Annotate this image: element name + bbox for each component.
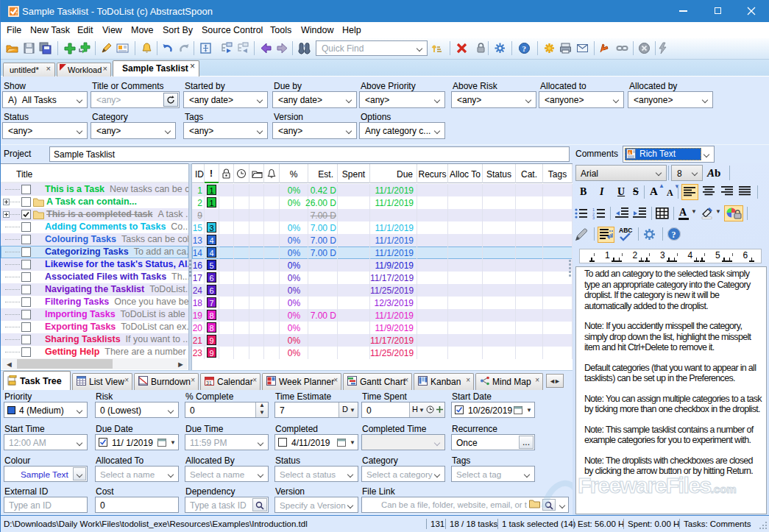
svg-text:?: ? — [672, 230, 676, 240]
svg-text:?: ? — [522, 44, 527, 53]
svg-text:A: A — [628, 151, 631, 155]
svg-text:7: 7 — [15, 11, 18, 16]
svg-text:3: 3 — [592, 216, 595, 219]
svg-text:31: 31 — [206, 380, 212, 386]
